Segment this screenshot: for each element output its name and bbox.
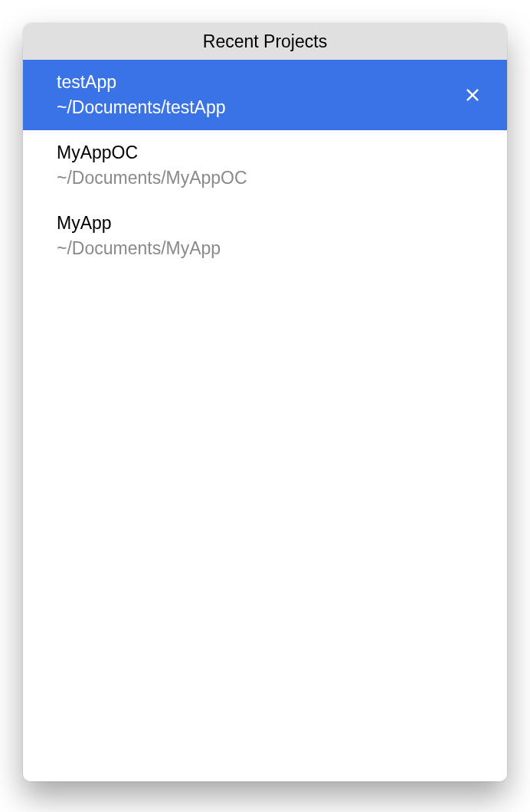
recent-projects-window: Recent Projects testApp ~/Documents/test… — [23, 23, 507, 781]
project-path: ~/Documents/MyApp — [57, 237, 221, 260]
project-text: testApp ~/Documents/testApp — [57, 70, 226, 120]
project-text: MyAppOC ~/Documents/MyAppOC — [57, 141, 247, 190]
projects-list: testApp ~/Documents/testApp MyAppOC ~/Do… — [23, 60, 507, 781]
project-name: MyApp — [57, 211, 221, 235]
project-name: testApp — [57, 70, 226, 94]
project-name: MyAppOC — [57, 141, 247, 165]
project-path: ~/Documents/MyAppOC — [57, 166, 247, 190]
project-item[interactable]: testApp ~/Documents/testApp — [23, 60, 507, 130]
window-header: Recent Projects — [23, 23, 507, 60]
project-path: ~/Documents/testApp — [57, 96, 226, 120]
project-item[interactable]: MyApp ~/Documents/MyApp — [23, 201, 507, 271]
window-title: Recent Projects — [203, 31, 327, 52]
project-item[interactable]: MyAppOC ~/Documents/MyAppOC — [23, 130, 507, 201]
project-text: MyApp ~/Documents/MyApp — [57, 211, 221, 260]
close-icon[interactable] — [460, 82, 486, 108]
